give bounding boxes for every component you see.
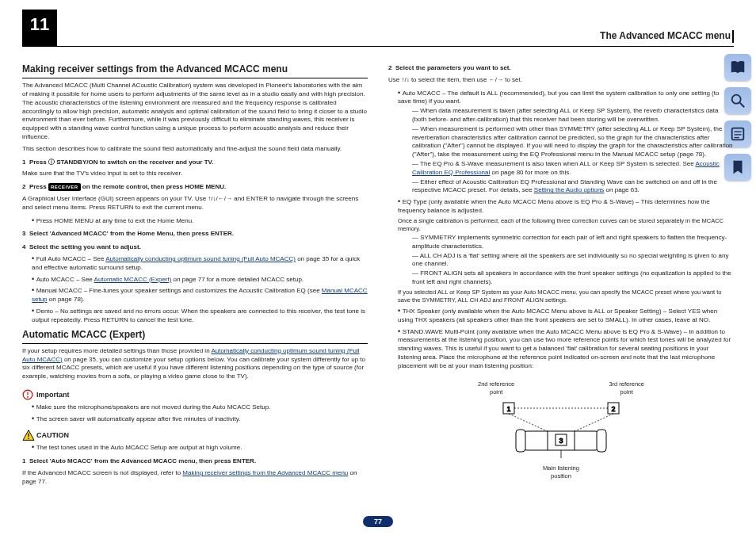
section-title-making-settings: Making receiver settings from the Advanc… bbox=[22, 63, 368, 78]
svg-point-11 bbox=[28, 438, 29, 440]
mic-position-diagram: 2nd referencepoint 3rd referencepoint 1 … bbox=[462, 380, 660, 481]
important-label: Important bbox=[36, 390, 70, 399]
step-3: 3 Select 'Advanced MCACC' from the Home … bbox=[22, 230, 368, 239]
svg-text:1: 1 bbox=[506, 405, 510, 413]
svg-text:2: 2 bbox=[611, 405, 615, 413]
rb2-d2: ALL CH ADJ is a 'flat' setting where all… bbox=[412, 252, 734, 269]
bullet-demo: Demo – No settings are saved and no erro… bbox=[32, 306, 368, 325]
auto-step-1-sub: If the Advanced MCACC screen is not disp… bbox=[22, 469, 368, 487]
auto-expert-intro: If your setup requires more detailed set… bbox=[22, 347, 368, 381]
chapter-title: The Advanced MCACC menu bbox=[594, 30, 734, 43]
right-column: 2 Select the parameters you want to set.… bbox=[388, 59, 734, 490]
header-bar: 11 The Advanced MCACC menu bbox=[22, 16, 734, 47]
right-step-2: 2 Select the parameters you want to set. bbox=[388, 64, 734, 73]
rb-auto-mcacc: Auto MCACC – The default is ALL (recomme… bbox=[398, 88, 734, 196]
svg-rect-20 bbox=[516, 430, 525, 452]
left-column: Making receiver settings from the Advanc… bbox=[22, 59, 368, 490]
rb1-d2: When measurement is performed with other… bbox=[412, 125, 734, 159]
step-1: 1 Press ⓘ STANDBY/ON to switch on the re… bbox=[22, 159, 368, 167]
step-4: 4 Select the setting you want to adjust. bbox=[22, 243, 368, 252]
bullet-full-auto: Full Auto MCACC – See Automatically cond… bbox=[32, 254, 368, 273]
caution-icon bbox=[22, 430, 33, 441]
svg-text:3: 3 bbox=[559, 437, 563, 445]
rb-stand-wave: STAND.WAVE Multi-Point (only available w… bbox=[398, 327, 734, 371]
intro-paragraph-1: The Advanced MCACC (Multi Channel ACoust… bbox=[22, 82, 368, 142]
receiver-key-icon: RECEIVER bbox=[48, 183, 81, 191]
svg-line-1 bbox=[740, 103, 745, 108]
svg-point-8 bbox=[27, 396, 29, 398]
step-1-sub: Make sure that the TV's video input is s… bbox=[22, 170, 368, 178]
rb-eq-type: EQ Type (only available when the Auto MC… bbox=[398, 197, 734, 304]
rb2-tail: If you selected ALL or Keep SP System as… bbox=[398, 289, 734, 304]
intro-paragraph-2: This section describes how to calibrate … bbox=[22, 145, 368, 154]
rb1-d4: Either effect of Acoustic Calibration EQ… bbox=[412, 178, 734, 196]
section-title-auto-expert: Automatic MCACC (Expert) bbox=[22, 328, 368, 344]
link-full-auto-mcacc[interactable]: Automatically conducting optimum sound t… bbox=[105, 255, 296, 262]
important-bullet-2: The screen saver will automatically appe… bbox=[32, 414, 368, 424]
rb-thx: THX Speaker (only available when the Aut… bbox=[398, 306, 734, 325]
svg-line-16 bbox=[509, 414, 551, 433]
bullet-auto-mcacc: Auto MCACC – See Automatic MCACC (Expert… bbox=[32, 274, 368, 285]
link-audio-options[interactable]: Setting the Audio options bbox=[534, 186, 605, 193]
auto-step-1: 1 Select 'Auto MCACC' from the Advanced … bbox=[22, 457, 368, 466]
rb2-d3: FRONT ALIGN sets all speakers in accorda… bbox=[412, 269, 734, 287]
svg-rect-21 bbox=[597, 430, 606, 452]
chapter-number: 11 bbox=[22, 10, 57, 46]
step-2-bullet: Press HOME MENU at any time to exit the … bbox=[32, 216, 368, 226]
bullet-manual-mcacc: Manual MCACC – Fine-tunes your speaker s… bbox=[32, 285, 368, 304]
important-icon bbox=[22, 389, 33, 400]
link-making-receiver-settings[interactable]: Making receiver settings from the Advanc… bbox=[182, 469, 348, 476]
caution-label: CAUTION bbox=[36, 430, 69, 440]
rb2-d1: SYMMETRY implements symmetric correction… bbox=[412, 234, 734, 251]
step-2: 2 Press RECEIVER on the remote control, … bbox=[22, 183, 368, 192]
important-bullet-1: Make sure the microphone/speakers are no… bbox=[32, 402, 368, 412]
page-number: 77 bbox=[0, 516, 756, 527]
right-step-2-sub: Use ↑/↓ to select the item, then use ←/→… bbox=[388, 76, 734, 85]
caution-bullet: The test tones used in the Auto MCACC Se… bbox=[32, 442, 368, 453]
rb1-d1: When data measurement is taken (after se… bbox=[412, 107, 734, 124]
svg-line-17 bbox=[571, 414, 613, 433]
link-auto-mcacc-expert[interactable]: Automatic MCACC (Expert) bbox=[94, 276, 172, 283]
rb1-d3: The EQ Pro & S-Wave measurement is also … bbox=[412, 160, 734, 178]
step-2-sub: A Graphical User Interface (GUI) screen … bbox=[22, 195, 368, 212]
